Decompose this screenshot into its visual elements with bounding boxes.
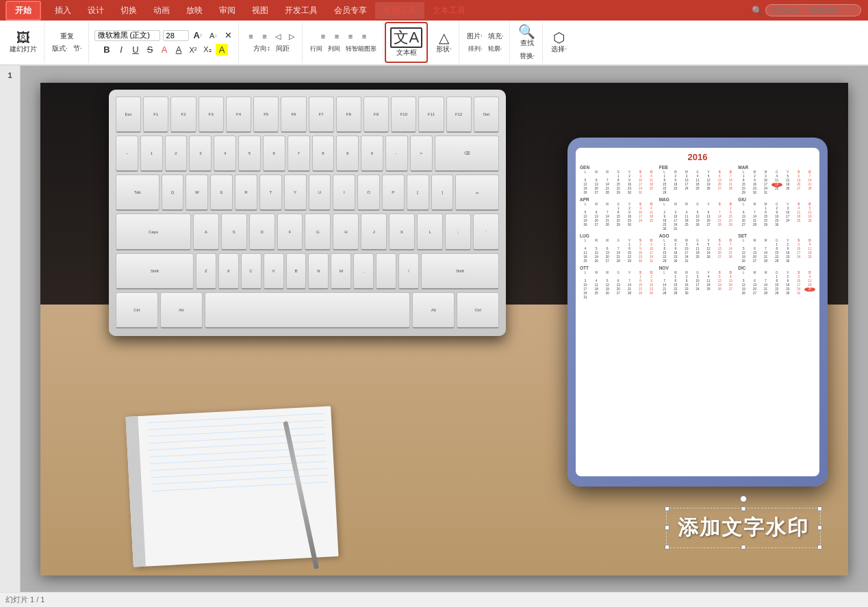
- watermark-container[interactable]: 添加文字水印: [666, 508, 821, 548]
- strikethrough-button[interactable]: S: [144, 44, 156, 55]
- search-area: 🔍: [752, 4, 868, 16]
- resize-handle-bm[interactable]: [741, 545, 746, 550]
- format-label: 版式·: [52, 44, 68, 53]
- key-caps: Caps: [116, 214, 191, 250]
- key-f11: F11: [418, 96, 444, 133]
- top-tab-drawing[interactable]: 绘图工具: [375, 2, 424, 19]
- top-tab-animation[interactable]: 动画: [145, 2, 178, 19]
- cal-month-nov: NOV LMMGVSD 123456 78910111213 141516171…: [659, 266, 737, 300]
- superscript-button[interactable]: X²: [187, 44, 199, 55]
- shape-button[interactable]: △ 形状·: [433, 29, 455, 55]
- line-spacing-button[interactable]: 间距: [274, 43, 292, 54]
- top-tab-insert[interactable]: 插入: [47, 2, 79, 19]
- top-tab-developer[interactable]: 开发工具: [277, 2, 326, 19]
- textbox-group: 文A 文本框: [385, 22, 428, 63]
- cal-month-feb: FEB LMMGVSD 1234567 891011121314 1516171…: [659, 165, 737, 195]
- align-center-button[interactable]: ≡: [331, 31, 343, 42]
- top-tab-member[interactable]: 会员专享: [326, 2, 375, 19]
- textbox-button[interactable]: 文A 文本框: [387, 26, 425, 59]
- status-bar: 幻灯片 1 / 1: [0, 592, 868, 607]
- clear-format-button[interactable]: ✕: [222, 29, 234, 41]
- key-row-3: Tab Q W E R T Y U I O P: [116, 175, 499, 211]
- top-tab-design[interactable]: 设计: [79, 2, 112, 19]
- key-del: Del: [474, 96, 499, 133]
- top-tab-text[interactable]: 文本工具: [424, 2, 474, 19]
- status-text: 幻灯片 1 / 1: [5, 595, 44, 605]
- key-f5: F5: [253, 96, 279, 133]
- indent-decrease-button[interactable]: ◁: [272, 31, 284, 42]
- font-name-input[interactable]: [94, 30, 160, 41]
- calendar-year: 2016: [580, 152, 815, 162]
- arrange-group: 图片· 填充· 排列· 轮廓·: [461, 22, 511, 63]
- key-6: 6: [263, 135, 285, 172]
- resize-handle-bl[interactable]: [665, 545, 669, 550]
- col-spacing-button[interactable]: 列间: [326, 43, 342, 54]
- align-right-button[interactable]: ≡: [344, 31, 357, 42]
- format-button[interactable]: 版式·: [50, 43, 70, 54]
- bullet-list-button[interactable]: ≡: [244, 31, 257, 42]
- font-color2-button[interactable]: A: [173, 44, 185, 55]
- font-increase-button[interactable]: A↑: [192, 29, 205, 41]
- resize-handle-tr[interactable]: [817, 506, 822, 511]
- key-f: F: [277, 214, 303, 250]
- key-ctrl: Ctrl: [116, 292, 158, 328]
- select-button[interactable]: ⬡ 选择·: [548, 29, 570, 55]
- slide-canvas: Esc F1 F2 F3 F4 F5 F6 F7 F8 F9 F10: [40, 83, 848, 576]
- top-tab-view[interactable]: 视图: [244, 2, 277, 19]
- key-4: 4: [214, 135, 236, 172]
- bold-button[interactable]: B: [101, 44, 113, 55]
- indent-increase-button[interactable]: ▷: [285, 31, 298, 42]
- replace-button[interactable]: 替换·: [518, 51, 537, 62]
- textbox-label: 文本框: [396, 48, 417, 57]
- top-tab-transition[interactable]: 切换: [112, 2, 145, 19]
- text-direction-button[interactable]: 方向↕: [251, 43, 272, 54]
- main-area: 1 Esc F1: [0, 66, 868, 592]
- key-a: A: [193, 214, 219, 250]
- justify-button[interactable]: ≡: [358, 31, 370, 42]
- textbox-icon: 文A: [390, 27, 422, 48]
- shape-icon: △: [439, 31, 449, 44]
- outline-button[interactable]: 轮廓·: [486, 43, 505, 54]
- font-color-button[interactable]: A: [158, 44, 170, 55]
- numbered-list-button[interactable]: ≡: [258, 31, 270, 42]
- image-button[interactable]: 图片·: [465, 31, 485, 42]
- row-spacing-button[interactable]: 行间: [308, 43, 324, 54]
- key-shift-l: Shift: [116, 253, 194, 289]
- font-size-input[interactable]: [163, 30, 189, 41]
- highlight-button[interactable]: A: [216, 44, 228, 55]
- layout-button[interactable]: 重复: [58, 31, 76, 42]
- resize-handle-ml[interactable]: [665, 526, 669, 530]
- notebook-content: [140, 406, 335, 504]
- start-button[interactable]: 开始: [5, 1, 41, 21]
- rotate-handle[interactable]: [740, 495, 747, 502]
- find-icon: 🔍: [518, 25, 535, 38]
- fill-button[interactable]: 填充·: [486, 31, 506, 42]
- top-tab-slideshow[interactable]: 放映: [178, 2, 211, 19]
- key-x: X: [218, 253, 239, 289]
- align-left-button[interactable]: ≡: [317, 31, 329, 42]
- smartart-button[interactable]: 转智能图形: [344, 43, 379, 54]
- new-slide-button[interactable]: 🖼 建幻灯片: [7, 29, 40, 55]
- subscript-button[interactable]: X₂: [201, 44, 214, 55]
- key-row-2: ~ 1 2 3 4 5 6 7 8 9 0 -: [116, 135, 499, 172]
- key-t: T: [259, 175, 282, 211]
- underline-button[interactable]: U: [129, 44, 142, 55]
- section-button[interactable]: 节·: [71, 43, 84, 54]
- find-button[interactable]: 🔍 查找: [515, 23, 538, 49]
- top-tab-review[interactable]: 审阅: [211, 2, 244, 19]
- key-space: [205, 292, 411, 328]
- key-5: 5: [238, 135, 261, 172]
- slide-number-label: 1: [8, 71, 12, 79]
- resize-handle-mr[interactable]: [817, 526, 822, 530]
- resize-handle-tl[interactable]: [665, 506, 669, 511]
- arrange-button[interactable]: 排列·: [466, 43, 485, 54]
- font-decrease-button[interactable]: A↓: [207, 30, 219, 41]
- resize-handle-br[interactable]: [817, 545, 822, 550]
- search-input[interactable]: [765, 4, 861, 16]
- resize-handle-tm[interactable]: [741, 506, 746, 511]
- key-0: 0: [361, 135, 383, 172]
- cal-month-ott: OTT LMMGVSD 12 3456789 10111213141516 17…: [580, 266, 657, 300]
- italic-button[interactable]: I: [115, 44, 127, 55]
- key-f3: F3: [199, 96, 224, 133]
- key-alt-r: Alt: [412, 292, 455, 328]
